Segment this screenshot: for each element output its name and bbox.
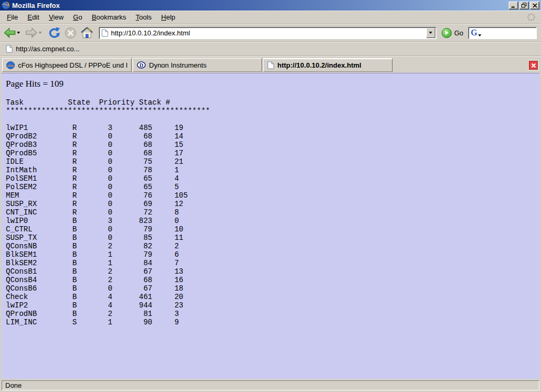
cell-num: 19 [174,124,183,132]
table-row: PolSEM1R0654 [6,174,539,183]
search-input[interactable] [481,29,541,37]
task-table: Task State Priority Stack # ************… [6,98,539,326]
chevron-down-icon [429,32,432,34]
minimize-button[interactable] [509,2,518,10]
tab-2[interactable]: DDynon Instruments [133,58,262,72]
cell-stack: 944 [139,301,152,310]
cell-task: MEM [6,191,72,200]
firefox-icon [2,1,10,10]
forward-dropdown-icon[interactable] [39,32,42,34]
reload-button[interactable] [45,25,62,41]
table-row: QConsB4B26816 [6,276,539,284]
bookmark-item[interactable]: http://as.cmpnet.co... [4,44,82,54]
cell-stack: 67 [139,267,152,276]
cell-state: B [72,284,108,293]
cell-task: lwIP2 [6,301,72,310]
cell-num: 0 [174,217,179,225]
cell-priority: 3 [108,124,139,132]
tab-1[interactable]: cfoscFos Highspeed DSL / PPPoE und ISDN … [2,58,132,72]
menu-item-file[interactable]: File [2,12,23,23]
menu-item-help[interactable]: Help [156,12,180,23]
cell-num: 7 [174,259,179,267]
cell-stack: 79 [139,250,152,259]
cell-priority: 0 [108,166,139,174]
url-input[interactable] [108,29,426,37]
throbber-icon [527,13,536,22]
cell-state: B [72,276,108,284]
cell-num: 14 [174,132,183,141]
menu-item-edit[interactable]: Edit [23,12,44,23]
forward-button[interactable] [24,26,45,40]
cell-priority: 1 [108,318,139,326]
cell-num: 20 [174,293,183,301]
cell-priority: 0 [108,234,139,242]
table-row: lwIP2B494423 [6,301,539,310]
cell-state: B [72,242,108,250]
go-button[interactable]: Go [442,28,463,38]
table-row: CheckB446120 [6,293,539,301]
cell-stack: 68 [139,149,152,157]
back-dropdown-icon[interactable] [17,32,20,34]
home-button[interactable] [79,25,95,40]
cell-state: R [72,183,108,191]
cell-priority: 0 [108,183,139,191]
cell-priority: 2 [108,310,139,318]
cfos-icon: cfos [6,61,15,69]
cell-priority: 0 [108,157,139,166]
cell-state: B [72,250,108,259]
cell-priority: 0 [108,284,139,293]
tab-close-button[interactable] [529,61,538,70]
cell-priority: 2 [108,267,139,276]
stop-icon [64,27,77,39]
restore-button[interactable] [519,2,529,10]
back-button[interactable] [2,26,23,40]
cell-task: IDLE [6,157,72,166]
cell-task: QProdB5 [6,149,72,157]
menubar: FileEditViewGoBookmarksToolsHelp [0,11,541,24]
cell-state: B [72,293,108,301]
cell-stack: 68 [139,132,152,141]
cell-num: 4 [174,174,179,183]
window-title: Mozilla Firefox [12,2,508,10]
cell-state: B [72,301,108,310]
search-box[interactable]: G [468,27,537,39]
go-icon [442,28,452,38]
page-icon [267,61,274,69]
cell-stack: 485 [139,124,152,132]
cell-state: R [72,157,108,166]
cell-num: 3 [174,310,179,318]
url-bar[interactable] [99,27,436,39]
cell-num: 5 [174,183,179,191]
cell-stack: 78 [139,166,152,174]
menu-item-go[interactable]: Go [68,12,87,23]
cell-task: IntMath [6,166,72,174]
restore-icon [521,3,527,8]
table-row: BlkSEM1B1796 [6,250,539,259]
cell-gap [152,174,174,183]
cell-num: 12 [174,200,183,208]
cell-gap [152,242,174,250]
cell-gap [152,149,174,157]
cell-gap [152,250,174,259]
titlebar[interactable]: Mozilla Firefox [0,0,541,11]
menu-item-view[interactable]: View [44,12,68,23]
menu-item-bookmarks[interactable]: Bookmarks [87,12,131,23]
table-row: SUSP_RXR06912 [6,200,539,208]
status-bar: Done [0,379,541,392]
table-row: IntMathR0781 [6,166,539,174]
url-dropdown-button[interactable] [426,28,435,38]
table-row: QProdNBB2813 [6,310,539,318]
cell-task: QProdB2 [6,132,72,141]
tab-label: Dynon Instruments [149,61,207,69]
cell-stack: 461 [139,293,152,301]
cell-task: lwIP1 [6,124,72,132]
table-row: QConsB6B06718 [6,284,539,293]
table-header: Task State Priority Stack # [6,98,539,107]
tab-3[interactable]: http://10.0.10.2/index.html [263,58,393,72]
cell-state: B [72,217,108,225]
cell-num: 15 [174,141,183,149]
close-button[interactable] [530,2,539,10]
cell-num: 17 [174,149,183,157]
stop-button[interactable] [63,25,78,41]
menu-item-tools[interactable]: Tools [131,12,156,23]
